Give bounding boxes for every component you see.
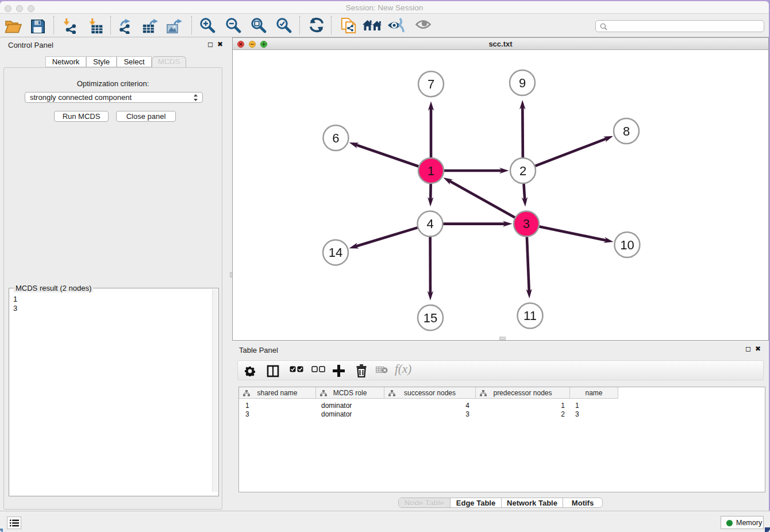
svg-text:3: 3 xyxy=(523,217,530,231)
svg-text:8: 8 xyxy=(623,124,630,138)
svg-text:14: 14 xyxy=(329,245,342,260)
svg-text:9: 9 xyxy=(519,76,526,90)
svg-text:1: 1 xyxy=(428,164,434,178)
svg-text:6: 6 xyxy=(332,131,339,145)
svg-text:10: 10 xyxy=(620,238,634,252)
svg-text:4: 4 xyxy=(426,217,433,231)
svg-text:11: 11 xyxy=(523,309,537,323)
svg-text:7: 7 xyxy=(428,77,434,91)
svg-text:15: 15 xyxy=(424,311,437,325)
svg-text:2: 2 xyxy=(519,164,526,178)
